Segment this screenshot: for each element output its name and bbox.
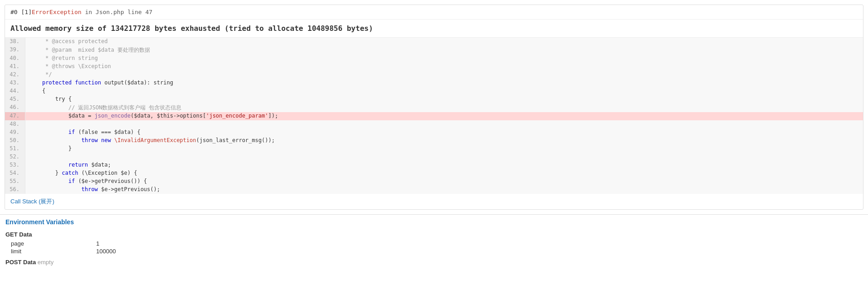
line-content: protected function output($data): string: [25, 79, 863, 87]
error-message: Allowed memory size of 134217728 bytes e…: [5, 20, 863, 38]
line-number: 51.: [5, 145, 25, 153]
get-data-title: GET Data: [5, 231, 863, 238]
line-number: 42.: [5, 71, 25, 79]
line-content: return $data;: [25, 161, 863, 169]
code-line: 44. {: [5, 87, 863, 95]
line-content: * @return string: [25, 54, 863, 63]
line-content: } catch (\Exception $e) {: [25, 169, 863, 177]
env-variables-section: Environment Variables: [0, 214, 868, 229]
code-line: 52.: [5, 153, 863, 161]
line-label: line: [127, 9, 141, 15]
code-line: 45. try {: [5, 95, 863, 104]
data-value: 100000: [96, 247, 116, 255]
line-number: 39.: [5, 46, 25, 54]
line-content: throw new \InvalidArgumentException(json…: [25, 137, 863, 145]
code-line: 40. * @return string: [5, 54, 863, 63]
line-number: 45.: [5, 95, 25, 104]
line-number: 50.: [5, 137, 25, 145]
line-number: 40.: [5, 54, 25, 63]
code-line: 51. }: [5, 145, 863, 153]
line-content: // 返回JSON数据格式到客户端 包含状态信息: [25, 104, 863, 112]
post-data-section: POST Data empty: [0, 257, 868, 267]
code-line: 39. * @param mixed $data 要处理的数据: [5, 46, 863, 54]
post-data-empty: empty: [38, 259, 54, 266]
data-key: page: [5, 240, 96, 247]
data-key: limit: [5, 247, 96, 255]
code-line: 53. return $data;: [5, 161, 863, 169]
code-line: 46. // 返回JSON数据格式到客户端 包含状态信息: [5, 104, 863, 112]
line-content: }: [25, 145, 863, 153]
line-number: 46.: [5, 104, 25, 112]
code-line: 56. throw $e->getPrevious();: [5, 186, 863, 194]
get-data-section: GET Data page1limit100000: [0, 229, 868, 257]
data-row: page1: [5, 240, 863, 247]
code-line: 41. * @throws \Exception: [5, 63, 863, 71]
line-number: 43.: [5, 79, 25, 87]
data-value: 1: [96, 240, 99, 247]
line-number: 49.: [5, 128, 25, 137]
line-content: if ($e->getPrevious()) {: [25, 177, 863, 186]
code-line: 47. $data = json_encode($data, $this->op…: [5, 112, 863, 120]
line-content: throw $e->getPrevious();: [25, 186, 863, 194]
code-lines: 38. * @access protected39. * @param mixe…: [5, 38, 863, 194]
line-content: [25, 120, 863, 128]
exception-ref: [1]: [21, 9, 31, 15]
line-content: {: [25, 87, 863, 95]
code-line: 42. */: [5, 71, 863, 79]
line-content: */: [25, 71, 863, 79]
exception-class-link[interactable]: ErrorException: [32, 9, 82, 15]
post-data-title: POST Data: [5, 259, 36, 266]
line-content: if (false === $data) {: [25, 128, 863, 137]
error-in-text: in: [85, 9, 92, 15]
error-file: Json.php: [96, 9, 124, 15]
line-number: 38.: [5, 38, 25, 46]
line-number: 56.: [5, 186, 25, 194]
line-number: 52.: [5, 153, 25, 161]
error-line-number: 47: [145, 9, 152, 15]
code-line: 50. throw new \InvalidArgumentException(…: [5, 137, 863, 145]
code-line: 54. } catch (\Exception $e) {: [5, 169, 863, 177]
code-block: 38. * @access protected39. * @param mixe…: [5, 38, 863, 194]
call-stack-section[interactable]: Call Stack (展开): [5, 194, 863, 209]
error-header: #0 [1]ErrorException in Json.php line 47: [5, 5, 863, 20]
code-line: 38. * @access protected: [5, 38, 863, 46]
line-content: * @param mixed $data 要处理的数据: [25, 46, 863, 54]
code-line: 49. if (false === $data) {: [5, 128, 863, 137]
line-number: 47.: [5, 112, 25, 120]
code-line: 55. if ($e->getPrevious()) {: [5, 177, 863, 186]
line-content: * @access protected: [25, 38, 863, 46]
error-container: #0 [1]ErrorException in Json.php line 47…: [5, 5, 863, 210]
line-number: 55.: [5, 177, 25, 186]
data-row: limit100000: [5, 247, 863, 255]
line-number: 44.: [5, 87, 25, 95]
get-data-rows: page1limit100000: [5, 240, 863, 255]
frame-number: #0: [10, 9, 18, 15]
line-content: $data = json_encode($data, $this->option…: [25, 112, 863, 120]
code-line: 43. protected function output($data): st…: [5, 79, 863, 87]
line-content: * @throws \Exception: [25, 63, 863, 71]
line-content: try {: [25, 95, 863, 104]
line-number: 48.: [5, 120, 25, 128]
line-number: 54.: [5, 169, 25, 177]
line-content: [25, 153, 863, 161]
line-number: 53.: [5, 161, 25, 169]
code-line: 48.: [5, 120, 863, 128]
line-number: 41.: [5, 63, 25, 71]
